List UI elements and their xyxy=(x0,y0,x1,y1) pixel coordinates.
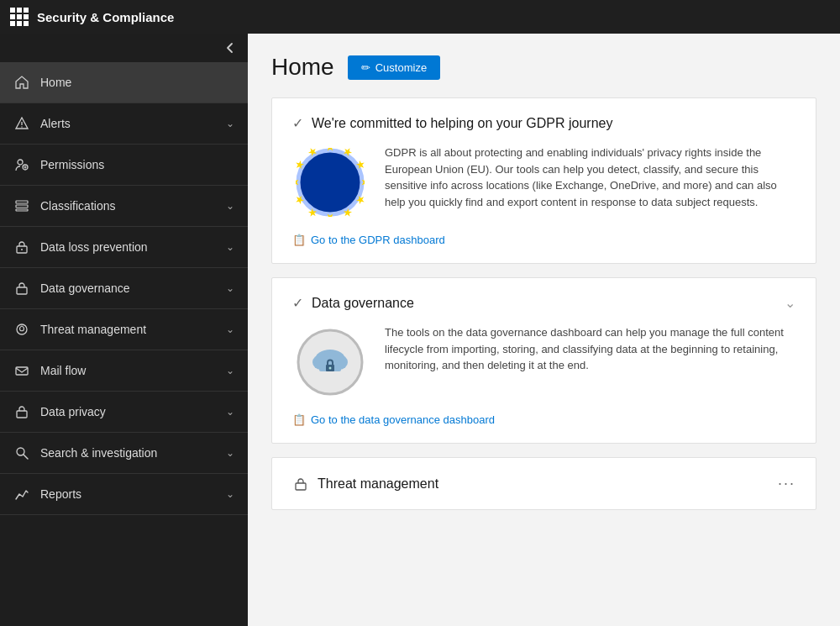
gdpr-card-body: GDPR is all about protecting and enablin… xyxy=(292,145,795,220)
chevron-down-icon: ⌄ xyxy=(226,447,234,459)
data-governance-card-text: The tools on the data governance dashboa… xyxy=(385,324,795,374)
check-icon: ✓ xyxy=(292,115,303,131)
sidebar-item-label-permissions: Permissions xyxy=(40,158,104,171)
clipboard-icon: 📋 xyxy=(292,413,306,426)
data-governance-card-footer: 📋 Go to the data governance dashboard xyxy=(292,413,795,426)
sidebar-item-label-reports: Reports xyxy=(40,487,81,501)
sidebar-item-threat-management[interactable]: Threat management ⌄ xyxy=(0,309,248,350)
sidebar-item-data-privacy[interactable]: Data privacy ⌄ xyxy=(0,392,248,433)
sidebar-item-reports[interactable]: Reports ⌄ xyxy=(0,474,248,515)
classifications-icon xyxy=(13,197,30,214)
chevron-down-icon: ⌄ xyxy=(226,200,234,212)
threat-icon xyxy=(13,321,30,338)
threat-management-options-button[interactable]: ··· xyxy=(778,475,795,492)
mail-icon xyxy=(13,362,30,379)
chevron-down-icon: ⌄ xyxy=(226,118,234,129)
svg-point-2 xyxy=(18,160,23,165)
search-icon xyxy=(13,445,30,461)
sidebar-item-label-classifications: Classifications xyxy=(40,199,115,213)
sidebar-item-permissions[interactable]: Permissions xyxy=(0,145,248,186)
gdpr-card-title: We're committed to helping on your GDPR … xyxy=(312,116,612,131)
home-icon xyxy=(13,74,30,91)
sidebar-item-label-alerts: Alerts xyxy=(40,117,71,130)
pencil-icon: ✏ xyxy=(361,61,370,74)
top-bar: Security & Compliance xyxy=(0,0,840,34)
dlp-icon xyxy=(13,239,30,255)
sidebar-item-alerts[interactable]: Alerts ⌄ xyxy=(0,103,248,145)
svg-point-10 xyxy=(21,249,23,250)
svg-rect-6 xyxy=(16,201,28,203)
clipboard-icon: 📋 xyxy=(292,234,306,246)
svg-rect-11 xyxy=(17,287,27,294)
data-governance-card-title: Data governance xyxy=(312,296,414,311)
svg-rect-7 xyxy=(16,205,28,208)
chevron-down-icon: ⌄ xyxy=(226,282,234,294)
chevron-down-icon: ⌄ xyxy=(226,488,234,500)
lock-icon xyxy=(292,476,309,492)
sidebar-collapse-button[interactable] xyxy=(0,34,248,62)
svg-point-1 xyxy=(21,126,22,127)
chevron-down-icon: ⌄ xyxy=(226,365,234,376)
main-layout: Home Alerts ⌄ xyxy=(0,34,840,626)
sidebar-item-label-threat-management: Threat management xyxy=(40,323,146,336)
main-content: Home ✏ Customize ✓ We're committed to he… xyxy=(248,34,840,626)
page-title: Home xyxy=(271,54,334,81)
sidebar-item-classifications[interactable]: Classifications ⌄ xyxy=(0,186,248,227)
collapse-chevron-icon[interactable]: ⌄ xyxy=(785,295,795,311)
app-title: Security & Compliance xyxy=(37,10,174,24)
alert-icon xyxy=(13,115,30,132)
data-governance-icon xyxy=(13,280,30,297)
data-governance-dashboard-link[interactable]: Go to the data governance dashboard xyxy=(311,413,495,426)
svg-rect-37 xyxy=(296,483,306,490)
chevron-down-icon: ⌄ xyxy=(226,406,234,418)
sidebar-item-label-data-governance: Data governance xyxy=(40,281,130,295)
sidebar: Home Alerts ⌄ xyxy=(0,34,248,626)
sidebar-item-label-dlp: Data loss prevention xyxy=(40,240,148,254)
data-governance-card-image xyxy=(292,324,368,400)
data-governance-card: ✓ Data governance ⌄ xyxy=(271,277,816,444)
sidebar-item-label-mail-flow: Mail flow xyxy=(40,364,86,377)
threat-management-card: Threat management ··· xyxy=(271,457,816,510)
sidebar-item-mail-flow[interactable]: Mail flow ⌄ xyxy=(0,350,248,392)
svg-point-36 xyxy=(329,367,332,370)
sidebar-item-home[interactable]: Home xyxy=(0,62,248,103)
svg-rect-13 xyxy=(16,367,28,375)
permissions-icon xyxy=(13,156,30,173)
customize-button[interactable]: ✏ Customize xyxy=(348,55,440,80)
svg-point-17 xyxy=(298,150,362,214)
reports-icon xyxy=(13,486,30,502)
sidebar-item-dlp[interactable]: Data loss prevention ⌄ xyxy=(0,227,248,268)
gdpr-card-header: ✓ We're committed to helping on your GDP… xyxy=(292,115,795,131)
svg-line-16 xyxy=(24,455,28,459)
sidebar-item-label-search-investigation: Search & investigation xyxy=(40,446,157,460)
gdpr-card-text: GDPR is all about protecting and enablin… xyxy=(385,145,795,210)
threat-management-card-header: Threat management ··· xyxy=(292,475,795,492)
gdpr-card-image xyxy=(292,145,368,220)
check-icon: ✓ xyxy=(292,295,303,311)
data-governance-card-body: The tools on the data governance dashboa… xyxy=(292,324,795,400)
sidebar-item-label-data-privacy: Data privacy xyxy=(40,405,106,418)
sidebar-item-search-investigation[interactable]: Search & investigation ⌄ xyxy=(0,433,248,474)
gdpr-card-footer: 📋 Go to the GDPR dashboard xyxy=(292,234,795,246)
sidebar-item-data-governance[interactable]: Data governance ⌄ xyxy=(0,268,248,309)
svg-rect-14 xyxy=(17,411,27,418)
threat-management-card-title: Threat management xyxy=(318,476,438,492)
svg-rect-8 xyxy=(16,209,28,211)
chevron-down-icon: ⌄ xyxy=(226,324,234,335)
data-privacy-icon xyxy=(13,403,30,420)
gdpr-dashboard-link[interactable]: Go to the GDPR dashboard xyxy=(311,234,445,246)
data-governance-card-header: ✓ Data governance ⌄ xyxy=(292,295,795,311)
chevron-down-icon: ⌄ xyxy=(226,241,234,253)
app-grid-icon[interactable] xyxy=(10,8,29,26)
gdpr-card: ✓ We're committed to helping on your GDP… xyxy=(271,97,816,264)
sidebar-item-label-home: Home xyxy=(40,76,71,89)
page-header: Home ✏ Customize xyxy=(271,54,816,81)
